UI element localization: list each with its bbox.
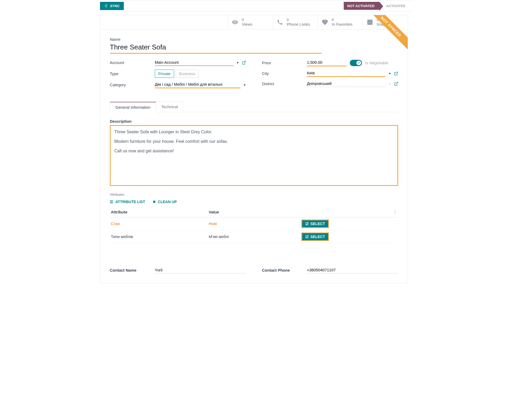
contact-name-input[interactable] bbox=[155, 267, 246, 273]
description-label: Description bbox=[110, 119, 398, 124]
stat-favorites[interactable]: 0In Favorites bbox=[318, 15, 363, 29]
city-select[interactable] bbox=[307, 70, 386, 77]
stat-views[interactable]: 0Views bbox=[228, 15, 273, 29]
close-icon: ✖ bbox=[153, 200, 156, 204]
attribute-list-button[interactable]: ☰ ATTRIBUTE LIST bbox=[110, 200, 145, 204]
description-textarea[interactable] bbox=[110, 125, 398, 186]
sync-icon bbox=[104, 4, 108, 8]
contact-phone-input[interactable] bbox=[307, 267, 398, 273]
attributes-table: Attribute Value ⋮ СтанНові☑ SELECTТипи м… bbox=[110, 207, 398, 243]
attr-value: М'які меблі bbox=[208, 230, 300, 243]
attr-value: Нові bbox=[208, 217, 300, 230]
category-label: Category bbox=[110, 83, 155, 87]
type-private-button[interactable]: Private bbox=[155, 70, 174, 78]
external-link-icon[interactable] bbox=[394, 82, 398, 86]
table-row: СтанНові☑ SELECT bbox=[110, 217, 398, 230]
table-row: Типи меблівМ'які меблі☑ SELECT bbox=[110, 230, 398, 243]
eye-icon bbox=[232, 19, 238, 25]
attr-name: Стан bbox=[110, 217, 208, 230]
heart-icon bbox=[322, 19, 328, 25]
tab-general[interactable]: General Information bbox=[110, 102, 156, 112]
col-attribute: Attribute bbox=[110, 207, 208, 217]
kebab-icon[interactable]: ⋮ bbox=[382, 207, 398, 217]
account-select[interactable] bbox=[155, 60, 234, 66]
negotiable-label: Is Negotiable bbox=[365, 61, 388, 65]
district-select[interactable] bbox=[307, 81, 386, 87]
check-icon: ☑ bbox=[305, 222, 309, 226]
select-button[interactable]: ☑ SELECT bbox=[302, 220, 328, 227]
status-bar: NOT ACTIVATED ACTIVATED bbox=[344, 2, 408, 10]
type-business-button[interactable]: Business bbox=[176, 70, 199, 78]
select-button[interactable]: ☑ SELECT bbox=[302, 233, 328, 240]
caret-down-icon: ▼ bbox=[388, 72, 391, 75]
check-icon: ☑ bbox=[305, 235, 309, 239]
price-input[interactable] bbox=[307, 60, 347, 66]
external-link-icon[interactable] bbox=[242, 61, 246, 65]
sync-button[interactable]: SYNC bbox=[100, 2, 124, 10]
svg-point-1 bbox=[369, 21, 369, 22]
caret-down-icon: ▼ bbox=[243, 83, 246, 86]
account-label: Account bbox=[110, 60, 155, 65]
external-link-icon[interactable] bbox=[394, 71, 398, 76]
contact-name-label: Contact Name bbox=[110, 268, 155, 272]
caret-down-icon: ▼ bbox=[236, 61, 239, 64]
city-label: City bbox=[262, 71, 307, 76]
price-label: Price bbox=[262, 61, 307, 65]
stat-phone-looks[interactable]: 0Phone Looks bbox=[273, 15, 318, 29]
tab-technical[interactable]: Technical bbox=[156, 102, 184, 112]
category-select[interactable] bbox=[155, 81, 241, 88]
cleanup-button[interactable]: ✖ CLEAN UP bbox=[153, 200, 177, 204]
name-input[interactable] bbox=[110, 43, 321, 54]
type-label: Type bbox=[110, 71, 155, 76]
status-not-activated[interactable]: NOT ACTIVATED bbox=[344, 2, 379, 10]
contact-phone-label: Contact Phone bbox=[262, 268, 307, 272]
image-icon bbox=[367, 19, 373, 25]
negotiable-toggle[interactable]: ✓ bbox=[350, 60, 362, 66]
check-icon: ✓ bbox=[356, 61, 361, 65]
sync-label: SYNC bbox=[110, 4, 120, 8]
status-activated[interactable]: ACTIVATED bbox=[379, 2, 408, 10]
phone-icon bbox=[277, 19, 283, 25]
col-value: Value bbox=[208, 207, 300, 217]
list-icon: ☰ bbox=[110, 200, 113, 204]
attr-name: Типи меблів bbox=[110, 230, 208, 243]
attributes-label: Attributes bbox=[110, 193, 398, 197]
name-label: Name bbox=[110, 37, 398, 42]
district-label: District bbox=[262, 81, 307, 86]
caret-down-icon: ▼ bbox=[388, 82, 391, 85]
